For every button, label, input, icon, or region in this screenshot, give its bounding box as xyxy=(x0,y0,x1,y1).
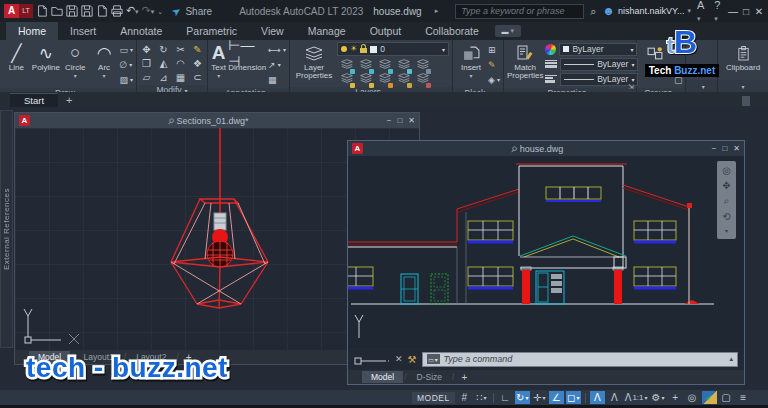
panel-utilities-label[interactable]: ▾ xyxy=(686,80,717,92)
erase-icon[interactable]: ✎ xyxy=(193,44,201,55)
search-input[interactable] xyxy=(455,4,584,19)
house-dsize-tab[interactable]: D-Size xyxy=(408,371,452,383)
linetype-dropdown[interactable]: ByLayer▾ xyxy=(560,73,638,86)
edit-attributes-button[interactable]: ◈▾ xyxy=(488,73,500,86)
user-name[interactable]: nishant.naikVY... xyxy=(618,6,684,16)
object-snap-toggle[interactable]: ◻▾ xyxy=(566,391,581,404)
house-new-layout-button[interactable]: + xyxy=(461,372,467,383)
search-icon[interactable]: ⌕ xyxy=(587,5,599,18)
mirror-icon[interactable]: ◭ xyxy=(160,58,168,69)
properties-dialog-launcher[interactable]: ⇲ xyxy=(628,83,634,91)
linear-dim-button[interactable]: ⟷▾ xyxy=(268,43,286,56)
ellipse-button[interactable]: ∅▾ xyxy=(119,58,133,71)
orbit-icon[interactable]: ⟲ xyxy=(722,212,730,222)
house-canvas[interactable]: ◎ ✥ ⌕ ⟲ ▾ xyxy=(348,156,744,348)
object-color-dropdown[interactable]: ByLayer▾ xyxy=(559,43,637,56)
new-file-button[interactable] xyxy=(36,4,48,19)
command-history-caret[interactable]: ▴ xyxy=(729,355,733,363)
explode-icon[interactable]: ❖ xyxy=(193,58,202,69)
close-button[interactable]: ✕ xyxy=(754,6,764,17)
polar-tracking-toggle[interactable]: ↻▾ xyxy=(515,391,530,404)
line-button[interactable]: ╱Line xyxy=(3,42,30,72)
recent-commands-icon[interactable]: ▭▾ xyxy=(427,354,440,364)
workspace-switching-dropdown[interactable]: ⚙▾ xyxy=(651,391,666,404)
paste-button[interactable]: Clipboard xyxy=(721,42,765,72)
table-button[interactable]: ▦ xyxy=(268,73,286,86)
hatch-button[interactable]: ▨▾ xyxy=(119,73,133,86)
forward-icon[interactable]: ▸ xyxy=(435,7,439,15)
trim-icon[interactable]: ✂ xyxy=(176,44,184,55)
leader-button[interactable]: ↗▾ xyxy=(268,58,286,71)
navigation-bar[interactable]: ◎ ✥ ⌕ ⟲ ▾ xyxy=(717,161,736,239)
house-maximize-button[interactable]: □ xyxy=(722,144,727,153)
pan-icon[interactable]: ✥ xyxy=(722,181,730,191)
qat-customize-button[interactable]: ⌄ xyxy=(157,3,163,19)
customization-button[interactable]: + xyxy=(668,391,683,404)
copy-icon[interactable]: ❐ xyxy=(142,58,151,69)
sections-minimize-button[interactable]: − xyxy=(387,116,392,125)
offset-icon[interactable]: ⊂ xyxy=(193,72,201,83)
ribbon-options-button[interactable]: ▬▾ xyxy=(495,25,521,37)
fillet-icon[interactable]: ◠ xyxy=(176,58,185,69)
user-menu-caret[interactable]: ▾ xyxy=(687,7,691,15)
tab-start[interactable]: Start xyxy=(10,93,58,107)
circle-button[interactable]: ○Circle▾ xyxy=(62,42,89,79)
ortho-mode-toggle[interactable]: ∟ xyxy=(498,391,513,404)
autodesk-app-button[interactable]: A ▾ xyxy=(694,0,708,23)
command-tools-icon[interactable]: ⚒ xyxy=(408,354,417,365)
text-button[interactable]: AText▾ xyxy=(211,42,226,79)
external-references-palette-tab[interactable]: External References xyxy=(0,110,13,348)
autocad-logo[interactable]: A LT xyxy=(4,4,33,18)
object-snap-tracking-toggle[interactable]: ∠ xyxy=(549,391,564,404)
layer-previous-button[interactable] xyxy=(378,69,392,87)
save-button[interactable] xyxy=(66,4,78,19)
graphics-performance-button[interactable]: ✓ xyxy=(702,391,717,404)
print-button[interactable] xyxy=(111,4,123,19)
share-button[interactable]: ➤ Share xyxy=(172,5,212,18)
annotation-scale-dropdown[interactable]: Λ1:1▾ xyxy=(624,391,649,404)
house-close-button[interactable]: ✕ xyxy=(733,144,740,153)
zoom-icon[interactable]: ⌕ xyxy=(724,196,730,206)
arc-button[interactable]: ◠Arc▾ xyxy=(91,42,118,79)
sections-close-button[interactable]: ✕ xyxy=(408,116,415,125)
new-drawing-tab-button[interactable]: + xyxy=(66,94,72,106)
array-icon[interactable]: ▦ xyxy=(176,72,185,83)
house-model-tab[interactable]: Model xyxy=(362,371,403,383)
tab-home[interactable]: Home xyxy=(6,22,58,40)
panel-clipboard-label[interactable]: ▾ xyxy=(718,80,768,92)
rectangle-button[interactable]: ▭▾ xyxy=(119,43,133,56)
dimension-button[interactable]: ⊢—⊣Dimension xyxy=(228,42,266,72)
navbar-more-caret[interactable]: ▾ xyxy=(725,227,728,234)
minimize-button[interactable]: — xyxy=(728,6,738,17)
maximize-button[interactable]: □ xyxy=(741,6,751,17)
layer-match-button[interactable] xyxy=(359,69,373,87)
layer-unlock-button[interactable] xyxy=(416,69,430,87)
help-button[interactable]: ? ▾ xyxy=(711,0,725,23)
tab-collaborate[interactable]: Collaborate xyxy=(413,22,491,40)
tab-insert[interactable]: Insert xyxy=(58,22,108,40)
match-properties-button[interactable]: MatchProperties xyxy=(507,42,543,80)
rotate-icon[interactable]: ↻ xyxy=(159,44,167,55)
stretch-icon[interactable]: ▱ xyxy=(143,72,151,83)
lineweight-dropdown[interactable]: ByLayer▾ xyxy=(560,58,638,71)
house-window-titlebar[interactable]: A ⚲ house.dwg − □ ✕ xyxy=(348,141,744,156)
layer-make-current-button[interactable] xyxy=(340,69,354,87)
layer-dropdown[interactable]: ☀ 0 ▾ xyxy=(337,42,449,56)
save-as-button[interactable] xyxy=(81,4,93,19)
scale-icon[interactable]: ⊿ xyxy=(159,72,167,83)
plot-button[interactable] xyxy=(96,4,108,19)
create-block-button[interactable]: ⊞ xyxy=(488,43,500,56)
auto-scale-toggle[interactable]: Λ xyxy=(607,391,622,404)
undo-button[interactable]: ↶▾ xyxy=(126,3,139,19)
tab-manage[interactable]: Manage xyxy=(296,22,358,40)
annotation-visibility-toggle[interactable]: Λ xyxy=(590,391,605,404)
insert-block-button[interactable]: Insert▾ xyxy=(456,42,486,79)
sections-window-titlebar[interactable]: A ⚲ Sections_01.dwg* − □ ✕ xyxy=(15,113,419,128)
grid-display-toggle[interactable]: # xyxy=(457,391,472,404)
clean-screen-button[interactable]: ▢ xyxy=(719,391,734,404)
isolate-objects-button[interactable]: ◎ xyxy=(685,391,700,404)
redo-button[interactable]: ↷▾ xyxy=(142,3,155,19)
status-bar-menu-button[interactable]: ≡ xyxy=(736,391,751,404)
scrollbar-thumb[interactable] xyxy=(742,96,750,106)
move-icon[interactable]: ✥ xyxy=(142,44,150,55)
